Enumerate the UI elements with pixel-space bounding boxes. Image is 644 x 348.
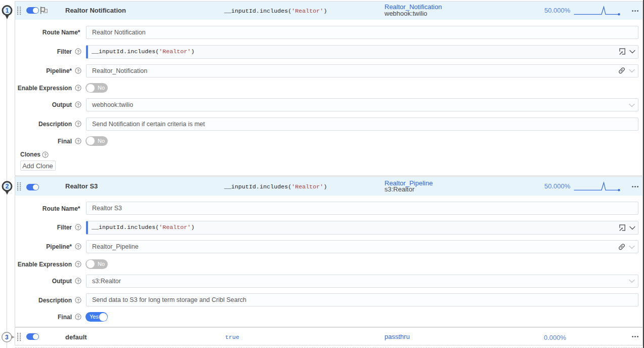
svg-text:3: 3	[5, 334, 9, 341]
svg-text:1: 1	[6, 7, 9, 14]
svg-text:2: 2	[6, 183, 9, 190]
